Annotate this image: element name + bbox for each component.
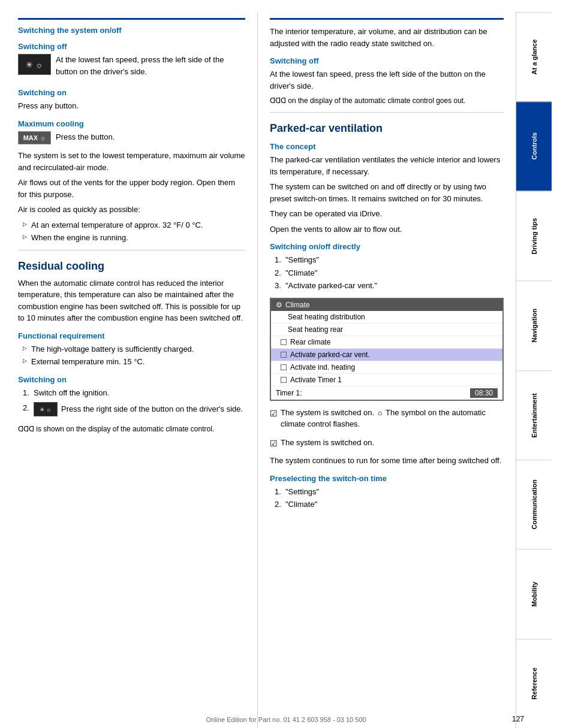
left-column: Switching the system on/off Switching of… [0, 12, 258, 728]
switched-on-icon-2: ☑ [270, 437, 278, 450]
concept-text4: Open the vents to allow air to flow out. [270, 223, 504, 235]
func-bullet-2: External temperature min. 15 °C. [23, 356, 245, 368]
sidebar-tab-navigation[interactable]: Navigation [516, 280, 552, 370]
top-divider-right [270, 18, 504, 20]
step-2: 2. ✳ ☼ Press the right side of the butto… [23, 402, 245, 419]
switching-on-off-heading: Switching on/off directly [270, 242, 504, 251]
sidebar-tab-communication[interactable]: Communication [516, 460, 552, 549]
star-symbol: ✳ ☼ [26, 60, 43, 70]
preselecting-steps: 1. "Settings" 2. "Climate" [275, 486, 504, 510]
divider-1 [18, 250, 245, 250]
switching-on-text-left: Press any button. [18, 100, 245, 112]
switching-off-note: ꓷꓷꓷ on the display of the automatic clim… [270, 95, 504, 106]
climate-item-seat-dist: Seat heating distribution [271, 311, 502, 324]
checkbox-parked-vent [281, 352, 287, 358]
switched-on-note2: The system is switched on. [281, 437, 374, 449]
switched-on-icon-1: ☑ [270, 407, 278, 420]
climate-item-parked-vent[interactable]: Activate parked-car vent. [271, 349, 502, 361]
max-cooling-bullets: At an external temperature of approx. 32… [23, 219, 245, 244]
timer-label: Timer 1: [276, 389, 302, 397]
checkbox-ind-heating [281, 364, 287, 370]
bullet-engine: When the engine is running. [23, 232, 245, 244]
preselecting-heading: Preselecting the switch-on time [270, 474, 504, 483]
step-r1: 1. "Settings" [275, 254, 504, 266]
climate-item-timer1-text: Activate Timer 1 [290, 376, 342, 384]
step-2-text: Press the right side of the button on th… [61, 403, 243, 415]
step-2-icon-sym: ✳ ☼ [40, 405, 52, 414]
switching-on-off-steps: 1. "Settings" 2. "Climate" 3. "Activate … [275, 254, 504, 292]
step-r2: 2. "Climate" [275, 267, 504, 279]
climate-gear-icon: ⚙ [276, 301, 282, 309]
right-column: The interior temperature, air volume, an… [258, 12, 516, 728]
step-r3-num: 3. [275, 280, 281, 292]
preselectstep-2-num: 2. [275, 499, 281, 510]
step-2-num: 2. [23, 402, 29, 414]
preselectstep-2: 2. "Climate" [275, 499, 504, 510]
switched-on-note1-block: ☑ The system is switched on. ☼ The symbo… [270, 407, 504, 434]
residual-note: ꓷꓷꓷ is shown on the display of the autom… [18, 424, 245, 434]
sidebar-tab-controls[interactable]: Controls [516, 101, 552, 191]
preselectstep-1-text: "Settings" [285, 487, 319, 496]
climate-item-seat-rear-text: Seat heating rear [288, 325, 343, 334]
climate-menu-header: ⚙ Climate [271, 299, 502, 311]
switched-on-note2-block: ☑ The system is switched on. [270, 437, 504, 452]
functional-req-heading: Functional requirement [18, 331, 245, 340]
sidebar-tab-entertainment[interactable]: Entertainment [516, 370, 552, 460]
switching-on-residual-heading: Switching on [18, 375, 245, 384]
switching-on-residual-steps: 1. Switch off the ignition. 2. ✳ ☼ Press… [23, 387, 245, 419]
sidebar-tab-mobility[interactable]: Mobility [516, 549, 552, 638]
step-1-text: Switch off the ignition. [34, 388, 109, 397]
concept-text3: They can be operated via iDrive. [270, 208, 504, 220]
step-r3-text: "Activate parked-car vent." [285, 281, 377, 290]
switching-on-heading-left: Switching on [18, 88, 245, 97]
climate-item-rear-climate: Rear climate [271, 336, 502, 349]
bullet-temp: At an external temperature of approx. 32… [23, 219, 245, 231]
max-press-text: Press the button. [56, 131, 115, 143]
concept-text2: The system can be switched on and off di… [270, 181, 504, 204]
switched-on-note1: The system is switched on. ☼ The symbol … [281, 407, 504, 430]
max-cooling-heading: Maximum cooling [18, 119, 245, 128]
step-r1-num: 1. [275, 254, 281, 266]
switching-off-text-right: At the lowest fan speed, press the left … [270, 68, 504, 92]
residual-cooling-heading: Residual cooling [18, 260, 245, 273]
top-divider [18, 18, 245, 20]
step-2-content: ✳ ☼ Press the right side of the button o… [34, 402, 243, 416]
max-cooling-icon: MAX ☼ [18, 131, 51, 144]
sidebar-tab-driving-tips[interactable]: Driving tips [516, 191, 552, 280]
continues-note: The system continues to run for some tim… [270, 455, 504, 467]
switching-off-icon-block: ✳ ☼ At the lowest fan speed, press the l… [18, 54, 245, 81]
climate-item-ind-heating: Activate ind. heating [271, 361, 502, 374]
divider-right-1 [270, 112, 504, 113]
timer-value: 08:30 [470, 388, 498, 398]
climate-header-label: Climate [285, 301, 310, 309]
step-r3: 3. "Activate parked-car vent." [275, 280, 504, 292]
climate-item-ind-heating-text: Activate ind. heating [290, 363, 355, 371]
step-r2-num: 2. [275, 267, 281, 279]
max-body-text: The system is set to the lowest temperat… [18, 150, 245, 173]
switching-system-heading: Switching the system on/off [18, 26, 245, 35]
air-flows-text: Air flows out of the vents for the upper… [18, 177, 245, 200]
preselectstep-1-num: 1. [275, 486, 281, 498]
sidebar-tab-at-a-glance[interactable]: At a glance [516, 12, 552, 101]
parked-car-heading: Parked-car ventilation [270, 122, 504, 135]
switching-off-heading-right: Switching off [270, 56, 504, 65]
step-r1-text: "Settings" [285, 255, 319, 264]
air-cooled-text: Air is cooled as quickly as possible: [18, 204, 245, 216]
step-1: 1. Switch off the ignition. [23, 387, 245, 399]
right-intro: The interior temperature, air volume, an… [270, 26, 504, 49]
page-footer: Online Edition for Part no. 01 41 2 603 … [0, 716, 572, 723]
func-bullet-1: The high-voltage battery is sufficiently… [23, 343, 245, 355]
footer-text: Online Edition for Part no. 01 41 2 603 … [206, 716, 366, 723]
step-r2-text: "Climate" [285, 268, 317, 277]
preselectstep-1: 1. "Settings" [275, 486, 504, 498]
concept-heading: The concept [270, 142, 504, 151]
switching-off-text-left: At the lowest fan speed, press the left … [56, 54, 245, 77]
step-1-num: 1. [23, 387, 29, 399]
climate-item-seat-rear: Seat heating rear [271, 324, 502, 336]
fan-button-icon: ✳ ☼ [18, 54, 51, 75]
climate-timer-row: Timer 1: 08:30 [271, 386, 502, 400]
climate-item-seat-dist-text: Seat heating distribution [288, 313, 365, 321]
switching-off-heading-left: Switching off [18, 42, 245, 51]
climate-item-rear-climate-text: Rear climate [290, 338, 330, 346]
climate-item-timer1: Activate Timer 1 [271, 374, 502, 386]
